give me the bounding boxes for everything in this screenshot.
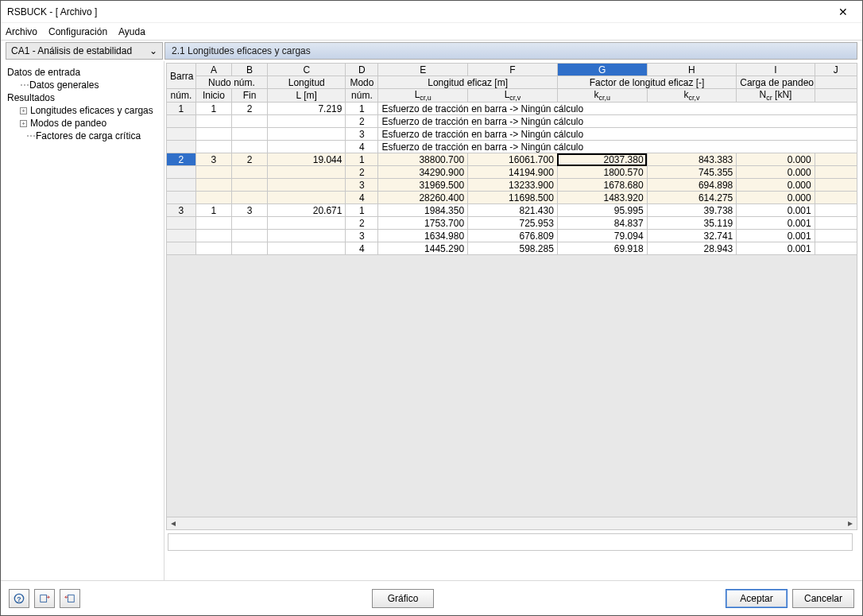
cell-fin[interactable] [231, 128, 267, 141]
menu-config[interactable]: Configuración [48, 26, 107, 37]
col-G[interactable]: G [557, 64, 647, 76]
cell-J[interactable] [815, 192, 857, 204]
cell-modo[interactable]: 2 [346, 166, 378, 179]
hdr-kcrv[interactable]: kcr,v [647, 89, 737, 103]
cell-E[interactable]: 1984.350 [378, 204, 468, 217]
cell-J[interactable] [815, 179, 857, 192]
cell-E[interactable]: 34290.900 [378, 166, 468, 179]
hdr-L[interactable]: L [m] [268, 89, 346, 103]
cell-fin[interactable]: 3 [231, 204, 267, 217]
cell-L[interactable] [268, 230, 346, 242]
case-selector[interactable]: CA1 - Análisis de estabilidad ⌄ [6, 42, 163, 60]
cell-modo[interactable]: 1 [346, 103, 378, 115]
cell-inicio[interactable] [195, 141, 231, 153]
formula-bar[interactable] [168, 533, 853, 551]
row-header[interactable] [167, 128, 196, 141]
cell-G[interactable]: 69.918 [557, 242, 647, 255]
row-header[interactable] [167, 242, 196, 255]
cell-inicio[interactable] [195, 115, 231, 128]
row-header[interactable] [167, 166, 196, 179]
cell-H[interactable]: 28.943 [647, 242, 737, 255]
cell-F[interactable]: 598.285 [468, 242, 558, 255]
cell-L[interactable] [268, 141, 346, 153]
cell-E[interactable]: 28260.400 [378, 192, 468, 204]
col-barra[interactable]: Barra [167, 64, 196, 89]
cell-J[interactable] [815, 230, 857, 242]
hdr-ncr[interactable]: Ncr [kN] [737, 89, 815, 103]
cell-fin[interactable] [231, 166, 267, 179]
cell-H[interactable]: 35.119 [647, 217, 737, 230]
tree-expand-icon[interactable]: + [20, 120, 27, 127]
row-header[interactable]: 3 [167, 204, 196, 217]
tree-expand-icon[interactable]: + [20, 107, 27, 114]
cell-E[interactable]: 1445.290 [378, 242, 468, 255]
cell-modo[interactable]: 4 [346, 192, 378, 204]
cell-E[interactable]: 1634.980 [378, 230, 468, 242]
cell-H[interactable]: 614.275 [647, 192, 737, 204]
cell-inicio[interactable]: 1 [195, 103, 231, 115]
cell-G[interactable]: 1483.920 [557, 192, 647, 204]
cell-L[interactable] [268, 242, 346, 255]
table-row[interactable]: 234290.90014194.9001800.570745.3550.000 [167, 166, 857, 179]
col-I[interactable]: I [737, 64, 815, 76]
cell-F[interactable]: 821.430 [468, 204, 558, 217]
cell-I[interactable]: 0.000 [737, 192, 815, 204]
cell-G[interactable]: 2037.380 [557, 153, 647, 166]
col-E[interactable]: E [378, 64, 468, 76]
horizontal-scrollbar[interactable]: ◂ ▸ [166, 517, 857, 530]
cell-modo[interactable]: 3 [346, 128, 378, 141]
hdr-longitud[interactable]: Longitud [268, 76, 346, 89]
hdr-J[interactable] [815, 76, 857, 89]
cell-G[interactable]: 95.995 [557, 204, 647, 217]
cell-inicio[interactable] [195, 192, 231, 204]
cell-inicio[interactable] [195, 217, 231, 230]
table-row[interactable]: 3Esfuerzo de tracción en barra -> Ningún… [167, 128, 857, 141]
cell-H[interactable]: 39.738 [647, 204, 737, 217]
cell-G[interactable]: 79.094 [557, 230, 647, 242]
table-row[interactable]: 41445.290598.28569.91828.9430.001 [167, 242, 857, 255]
col-F[interactable]: F [468, 64, 558, 76]
cell-fin[interactable]: 2 [231, 103, 267, 115]
results-grid[interactable]: Barra A B C D E F G H I J [166, 63, 857, 255]
export-button-2[interactable] [60, 589, 80, 608]
cell-modo[interactable]: 1 [346, 153, 378, 166]
hdr-modo[interactable]: Modo [346, 76, 378, 89]
cell-I[interactable]: 0.000 [737, 153, 815, 166]
cell-E[interactable]: 1753.700 [378, 217, 468, 230]
cell-L[interactable] [268, 192, 346, 204]
table-row[interactable]: 23219.044138800.70016061.7002037.380843.… [167, 153, 857, 166]
cell-G[interactable]: 1800.570 [557, 166, 647, 179]
cell-E[interactable]: 31969.500 [378, 179, 468, 192]
cell-tension-msg[interactable]: Esfuerzo de tracción en barra -> Ningún … [378, 115, 857, 128]
hdr-modo-num[interactable]: núm. [346, 89, 378, 103]
menu-file[interactable]: Archivo [6, 26, 37, 37]
cell-E[interactable]: 38800.700 [378, 153, 468, 166]
cell-fin[interactable] [231, 230, 267, 242]
cell-G[interactable]: 84.837 [557, 217, 647, 230]
cell-L[interactable] [268, 128, 346, 141]
cell-modo[interactable]: 2 [346, 217, 378, 230]
col-B[interactable]: B [231, 64, 267, 76]
cell-F[interactable]: 11698.500 [468, 192, 558, 204]
row-header[interactable] [167, 217, 196, 230]
cell-H[interactable]: 745.355 [647, 166, 737, 179]
cell-inicio[interactable] [195, 242, 231, 255]
cell-L[interactable] [268, 166, 346, 179]
row-header[interactable]: 2 [167, 153, 196, 166]
hdr-lcru[interactable]: Lcr,u [378, 89, 468, 103]
table-row[interactable]: 31320.67111984.350821.43095.99539.7380.0… [167, 204, 857, 217]
cell-H[interactable]: 694.898 [647, 179, 737, 192]
row-header[interactable] [167, 141, 196, 153]
cell-fin[interactable] [231, 192, 267, 204]
cell-inicio[interactable] [195, 166, 231, 179]
row-header[interactable]: 1 [167, 103, 196, 115]
col-H[interactable]: H [647, 64, 737, 76]
aceptar-button[interactable]: Aceptar [726, 589, 788, 608]
menu-help[interactable]: Ayuda [118, 26, 145, 37]
tree-crit-load-factors[interactable]: ⋯Factores de carga crítica [4, 130, 161, 142]
cell-L[interactable]: 7.219 [268, 103, 346, 115]
table-row[interactable]: 31634.980676.80979.09432.7410.001 [167, 230, 857, 242]
cell-L[interactable]: 19.044 [268, 153, 346, 166]
cell-modo[interactable]: 4 [346, 242, 378, 255]
cell-inicio[interactable]: 3 [195, 153, 231, 166]
